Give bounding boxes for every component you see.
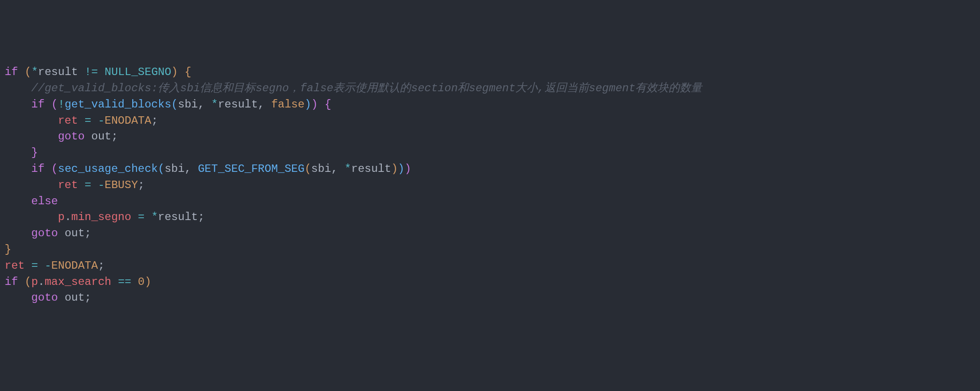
- code-token: ret: [5, 259, 25, 272]
- code-token: (: [51, 163, 58, 175]
- code-token: }: [5, 243, 11, 256]
- code-line[interactable]: goto out;: [0, 290, 980, 306]
- code-line[interactable]: else: [0, 194, 980, 210]
- indent: [5, 195, 31, 208]
- code-token: if: [31, 98, 45, 111]
- code-token: -: [98, 179, 105, 191]
- code-line[interactable]: ret = -EBUSY;: [0, 177, 980, 194]
- indent: [5, 179, 58, 191]
- code-token: p: [58, 211, 64, 223]
- indent: [5, 82, 31, 95]
- code-token: [18, 276, 25, 288]
- code-token: [178, 66, 185, 78]
- code-token: ): [171, 66, 178, 78]
- code-token: max_search: [44, 276, 111, 288]
- code-token: (: [51, 98, 58, 111]
- code-token: *: [151, 211, 158, 223]
- code-token: [318, 98, 324, 111]
- code-token: *: [211, 98, 218, 111]
- code-token: ): [145, 276, 151, 288]
- code-token: //get_valid_blocks:传入sbi信息和目标segno，false…: [31, 82, 702, 95]
- code-token: ,: [185, 163, 191, 175]
- code-line[interactable]: p.min_segno = *result;: [0, 209, 980, 226]
- code-token: !=: [85, 66, 98, 78]
- code-line[interactable]: //get_valid_blocks:传入sbi信息和目标segno，false…: [0, 81, 980, 97]
- indent: [5, 146, 31, 159]
- code-token: ,: [198, 98, 205, 111]
- code-token: [44, 98, 51, 111]
- code-token: (: [25, 276, 31, 288]
- code-token: if: [31, 163, 45, 175]
- code-token: (: [158, 163, 164, 175]
- code-token: goto: [31, 291, 58, 304]
- code-token: ;: [85, 227, 91, 240]
- code-token: sbi: [165, 163, 185, 175]
- code-line[interactable]: if (p.max_search == 0): [0, 274, 980, 290]
- indent: [5, 291, 31, 304]
- code-token: goto: [31, 227, 58, 240]
- code-token: [78, 114, 84, 127]
- code-token: [131, 211, 138, 223]
- code-token: }: [31, 146, 38, 159]
- code-line[interactable]: }: [0, 242, 980, 258]
- code-token: 0: [138, 276, 144, 288]
- code-token: ): [398, 163, 404, 175]
- code-token: else: [31, 195, 58, 208]
- code-token: ,: [258, 98, 264, 111]
- code-token: ==: [118, 276, 131, 288]
- code-token: EBUSY: [105, 179, 138, 191]
- code-line[interactable]: goto out;: [0, 226, 980, 242]
- code-token: .: [38, 276, 44, 288]
- code-token: -: [98, 114, 105, 127]
- code-token: ;: [85, 291, 91, 304]
- code-token: [265, 98, 271, 111]
- code-token: [131, 276, 138, 288]
- indent: [5, 211, 58, 223]
- code-token: [205, 98, 211, 111]
- code-token: {: [185, 66, 191, 78]
- code-token: [38, 259, 44, 272]
- code-token: {: [324, 98, 331, 111]
- code-token: ;: [111, 130, 118, 143]
- code-token: ): [391, 163, 397, 175]
- code-token: result: [351, 163, 391, 175]
- code-token: [25, 259, 31, 272]
- code-token: [78, 179, 84, 191]
- code-token: [91, 114, 98, 127]
- code-token: [338, 163, 344, 175]
- code-token: min_segno: [71, 211, 131, 223]
- code-token: =: [138, 211, 144, 223]
- code-token: [85, 130, 91, 143]
- code-token: result: [218, 98, 258, 111]
- code-token: *: [31, 66, 38, 78]
- code-token: ;: [151, 114, 158, 127]
- code-token: get_valid_blocks: [65, 98, 171, 111]
- code-token: ;: [198, 211, 205, 223]
- code-token: [44, 163, 51, 175]
- code-line[interactable]: if (sec_usage_check(sbi, GET_SEC_FROM_SE…: [0, 161, 980, 177]
- code-token: [98, 66, 105, 78]
- code-token: ENODATA: [51, 259, 98, 272]
- indent: [5, 227, 31, 240]
- code-token: [58, 227, 64, 240]
- code-token: result: [38, 66, 78, 78]
- code-token: ;: [98, 259, 105, 272]
- code-token: [111, 276, 118, 288]
- code-token: (: [25, 66, 31, 78]
- code-line[interactable]: }: [0, 145, 980, 161]
- code-token: !: [58, 98, 64, 111]
- code-token: ,: [331, 163, 338, 175]
- code-line[interactable]: if (!get_valid_blocks(sbi, *result, fals…: [0, 97, 980, 113]
- code-token: result: [158, 211, 198, 223]
- code-token: [58, 291, 64, 304]
- code-editor[interactable]: if (*result != NULL_SEGNO) { //get_valid…: [0, 64, 980, 306]
- code-token: [18, 66, 25, 78]
- code-line[interactable]: ret = -ENODATA;: [0, 113, 980, 129]
- code-line[interactable]: goto out;: [0, 129, 980, 145]
- code-token: -: [44, 259, 51, 272]
- code-token: NULL_SEGNO: [105, 66, 171, 78]
- code-token: out: [65, 227, 85, 240]
- code-line[interactable]: if (*result != NULL_SEGNO) {: [0, 64, 980, 81]
- code-line[interactable]: ret = -ENODATA;: [0, 258, 980, 274]
- code-token: sec_usage_check: [58, 163, 158, 175]
